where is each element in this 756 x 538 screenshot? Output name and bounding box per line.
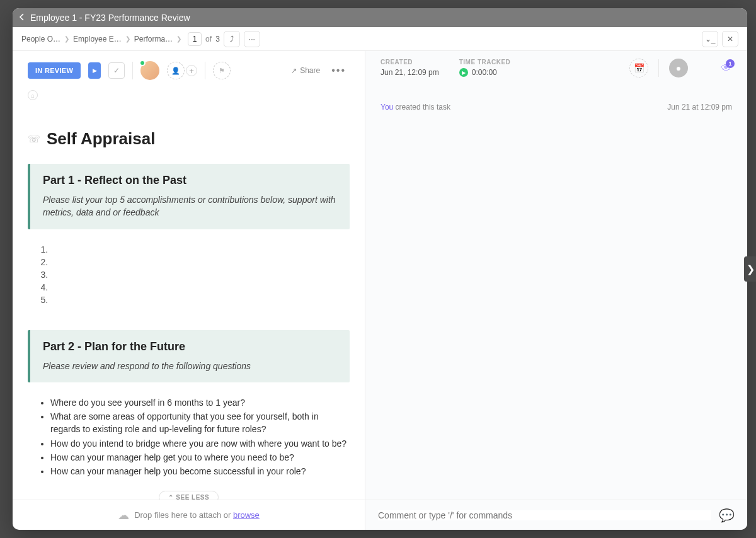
crumb-0[interactable]: People O… bbox=[21, 35, 60, 43]
questions-list[interactable]: Where do you see yourself in 6 months to… bbox=[28, 396, 350, 478]
complete-check-icon[interactable]: ✓ bbox=[108, 62, 125, 79]
more-icon[interactable]: ··· bbox=[244, 31, 260, 47]
pager-total: 3 bbox=[215, 35, 220, 43]
list-item: What are some areas of opportunity that … bbox=[50, 410, 350, 436]
chevron-up-icon: ⌃ bbox=[168, 494, 174, 500]
share-icon: ↗ bbox=[291, 67, 297, 75]
task-header: IN REVIEW ▶ ✓ 👤 + ⚑ ↗Share ••• bbox=[13, 51, 365, 90]
attach-bar[interactable]: ☁ Drop files here to attach or browse bbox=[13, 500, 365, 530]
open-new-icon[interactable]: ⤴ bbox=[224, 31, 240, 47]
part1-heading: Part 1 - Reflect on the Past bbox=[43, 174, 337, 187]
assignee-avatar[interactable] bbox=[140, 61, 159, 80]
play-icon[interactable]: ▶ bbox=[459, 68, 468, 77]
list-item bbox=[50, 281, 350, 294]
accomplishments-list[interactable] bbox=[28, 243, 350, 306]
share-button[interactable]: ↗Share bbox=[291, 66, 320, 75]
browse-link[interactable]: browse bbox=[233, 510, 260, 520]
list-item bbox=[50, 294, 350, 306]
callout-part2: Part 2 - Plan for the Future Please revi… bbox=[28, 330, 350, 382]
record-icon[interactable]: ● bbox=[669, 59, 688, 77]
back-icon[interactable] bbox=[19, 13, 25, 23]
side-panel-toggle-icon[interactable]: ❯ bbox=[744, 256, 756, 282]
phone-icon: ☏ bbox=[28, 133, 40, 145]
send-icon[interactable]: 💬 bbox=[719, 508, 735, 523]
watchers-button[interactable]: 👁 1 bbox=[721, 62, 732, 75]
crumb-1[interactable]: Employee E… bbox=[73, 35, 122, 43]
document-body: ☏ Self Appraisal Part 1 - Reflect on the… bbox=[13, 117, 365, 500]
list-item bbox=[50, 256, 350, 268]
chevron-right-icon: ❯ bbox=[64, 35, 69, 42]
activity-user: You bbox=[381, 103, 393, 112]
activity-row: You created this task Jun 21 at 12:09 pm bbox=[381, 103, 732, 112]
meta-row: CREATED Jun 21, 12:09 pm TIME TRACKED ▶0… bbox=[365, 51, 747, 88]
left-pane: IN REVIEW ▶ ✓ 👤 + ⚑ ↗Share ••• ⌂ bbox=[13, 51, 365, 530]
add-assignee-icon[interactable]: 👤 bbox=[167, 62, 185, 79]
activity-time: Jun 21 at 12:09 pm bbox=[667, 103, 732, 112]
add-button-icon[interactable]: + bbox=[186, 65, 197, 76]
more-actions-icon[interactable]: ••• bbox=[328, 65, 350, 76]
part2-prompt: Please review and respond to the followi… bbox=[43, 360, 337, 372]
part2-heading: Part 2 - Plan for the Future bbox=[43, 340, 337, 353]
see-less-button[interactable]: ⌃SEE LESS bbox=[159, 491, 219, 500]
priority-flag-icon[interactable]: ⚑ bbox=[213, 62, 231, 79]
watchers-count: 1 bbox=[726, 59, 735, 68]
list-item: How can your manager help you become suc… bbox=[50, 465, 350, 478]
cloud-upload-icon: ☁ bbox=[118, 508, 129, 522]
list-item bbox=[50, 243, 350, 256]
comment-bar: 💬 bbox=[365, 500, 747, 530]
task-title: Employee 1 - FY23 Performance Review bbox=[30, 13, 190, 23]
list-item: Where do you see yourself in 6 months to… bbox=[50, 396, 350, 409]
pager: of 3 bbox=[188, 32, 220, 46]
meta-time-tracked: TIME TRACKED ▶0:00:00 bbox=[459, 59, 511, 77]
minimize-icon[interactable]: ⌄_ bbox=[702, 31, 718, 47]
chevron-right-icon: ❯ bbox=[125, 35, 130, 42]
right-pane: CREATED Jun 21, 12:09 pm TIME TRACKED ▶0… bbox=[365, 51, 747, 530]
meta-created: CREATED Jun 21, 12:09 pm bbox=[381, 59, 439, 77]
callout-part1: Part 1 - Reflect on the Past Please list… bbox=[28, 164, 350, 229]
due-date-icon[interactable]: 📅 bbox=[629, 59, 648, 77]
comment-input[interactable] bbox=[378, 510, 711, 520]
status-caret-icon[interactable]: ▶ bbox=[88, 62, 101, 79]
list-item: How do you intend to bridge where you ar… bbox=[50, 437, 350, 450]
crumb-2[interactable]: Performa… bbox=[134, 35, 173, 43]
pager-current-input[interactable] bbox=[188, 32, 202, 46]
tag-icon[interactable]: ⌂ bbox=[28, 90, 38, 100]
close-icon[interactable]: ✕ bbox=[722, 31, 738, 47]
doc-title[interactable]: Self Appraisal bbox=[47, 129, 155, 149]
task-modal: Employee 1 - FY23 Performance Review Peo… bbox=[13, 8, 747, 530]
list-item: How can your manager help get you to whe… bbox=[50, 451, 350, 464]
chevron-right-icon: ❯ bbox=[176, 35, 181, 42]
activity-feed: You created this task Jun 21 at 12:09 pm bbox=[365, 88, 747, 500]
breadcrumb-bar: People O… ❯ Employee E… ❯ Performa… ❯ of… bbox=[13, 27, 747, 51]
title-bar: Employee 1 - FY23 Performance Review bbox=[13, 8, 747, 27]
pager-of-label: of bbox=[205, 35, 212, 43]
attach-text: Drop files here to attach or browse bbox=[134, 510, 260, 520]
list-item bbox=[50, 268, 350, 281]
activity-action: created this task bbox=[393, 103, 450, 112]
status-pill[interactable]: IN REVIEW bbox=[28, 62, 81, 79]
part1-prompt: Please list your top 5 accomplishments o… bbox=[43, 193, 337, 219]
